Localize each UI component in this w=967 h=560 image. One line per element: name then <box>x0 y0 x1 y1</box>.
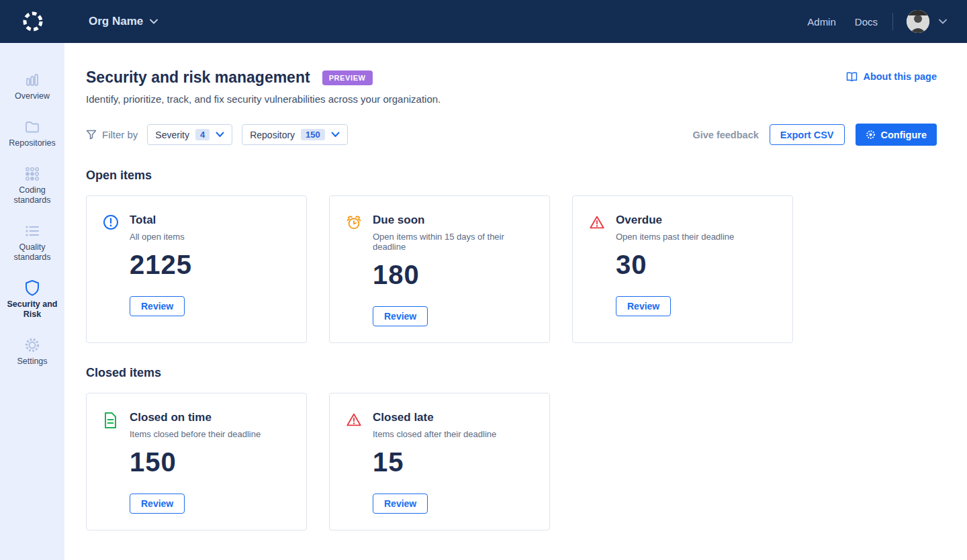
severity-count-badge: 4 <box>195 129 210 140</box>
sidebar-item-coding-standards[interactable]: Coding standards <box>1 167 63 205</box>
review-button[interactable]: Review <box>616 296 671 316</box>
card-title: Closed on time <box>130 411 261 424</box>
sidebar-item-repositories[interactable]: Repositories <box>1 120 63 148</box>
org-name-dropdown[interactable]: Org Name <box>89 15 158 28</box>
sidebar-item-label: Quality standards <box>1 242 63 263</box>
repository-label: Repository <box>250 130 295 140</box>
gear-icon <box>24 338 40 353</box>
card-subtitle: Items closed after their deadline <box>373 429 496 439</box>
configure-button[interactable]: Configure <box>856 124 937 146</box>
filter-by-label: Filter by <box>102 129 138 140</box>
closed-items-cards: Closed on time Items closed before their… <box>86 393 937 530</box>
severity-label: Severity <box>155 130 189 140</box>
about-this-page-link[interactable]: About this page <box>846 71 937 82</box>
document-icon <box>103 412 119 429</box>
sidebar-item-label: Overview <box>15 91 50 101</box>
navbar-divider <box>892 13 893 30</box>
org-logo-icon[interactable] <box>21 10 44 33</box>
sidebar-item-security-and-risk[interactable]: Security and Risk <box>1 281 63 320</box>
sidebar-item-quality-standards[interactable]: Quality standards <box>1 224 63 263</box>
funnel-icon <box>86 130 97 140</box>
section-heading-closed-items: Closed items <box>86 366 937 380</box>
page-header: Security and risk management PREVIEW Abo… <box>86 68 937 87</box>
page-title: Security and risk management <box>86 68 310 87</box>
sidebar-item-label: Security and Risk <box>1 299 63 320</box>
card-value: 180 <box>373 260 533 290</box>
warning-triangle-icon <box>589 214 605 230</box>
toolbar-actions: Give feedback Export CSV Configure <box>692 124 937 146</box>
filter-by: Filter by <box>86 129 138 140</box>
user-avatar[interactable] <box>907 10 929 33</box>
card-value: 2125 <box>130 250 192 280</box>
stat-card-overdue: Overdue Open items past their deadline 3… <box>572 195 793 343</box>
card-title: Total <box>130 214 192 227</box>
stat-card-due-soon: Due soon Open items within 15 days of th… <box>329 195 550 343</box>
warning-triangle-icon <box>346 412 362 428</box>
open-items-cards: Total All open items 2125 Review <box>86 195 937 343</box>
gear-icon <box>866 130 876 140</box>
shield-icon <box>24 281 40 295</box>
sidebar-item-label: Repositories <box>9 138 55 148</box>
card-value: 15 <box>373 447 496 477</box>
book-icon <box>846 72 858 82</box>
review-button[interactable]: Review <box>130 494 185 514</box>
stat-card-closed-late: Closed late Items closed after their dea… <box>329 393 550 530</box>
repository-dropdown[interactable]: Repository 150 <box>242 124 348 145</box>
filter-toolbar: Filter by Severity 4 Repository 150 Give… <box>86 124 937 146</box>
top-navbar: Org Name Admin Docs <box>0 0 967 43</box>
section-heading-open-items: Open items <box>86 169 937 183</box>
card-title: Closed late <box>373 411 496 424</box>
card-value: 30 <box>616 250 734 280</box>
review-button[interactable]: Review <box>373 306 428 326</box>
repository-count-badge: 150 <box>301 129 325 140</box>
stat-card-closed-on-time: Closed on time Items closed before their… <box>86 393 307 530</box>
alarm-clock-icon <box>346 214 362 232</box>
card-value: 150 <box>130 447 261 477</box>
navbar-right: Admin Docs <box>788 10 947 33</box>
bar-chart-icon <box>25 73 40 87</box>
chevron-down-icon <box>150 19 158 24</box>
card-title: Overdue <box>616 214 734 227</box>
docs-link[interactable]: Docs <box>855 16 878 28</box>
sidebar-item-label: Coding standards <box>1 185 63 205</box>
admin-link[interactable]: Admin <box>807 16 836 28</box>
org-name-label: Org Name <box>89 15 143 28</box>
about-link-label: About this page <box>863 71 937 82</box>
user-menu-chevron-icon[interactable] <box>939 19 947 24</box>
sidebar-nav: Overview Repositories <box>0 43 64 560</box>
card-subtitle: Items closed before their deadline <box>130 429 261 439</box>
sidebar-item-settings[interactable]: Settings <box>1 338 63 367</box>
sidebar-item-overview[interactable]: Overview <box>1 73 63 101</box>
chevron-down-icon <box>216 132 224 138</box>
folder-icon <box>24 120 40 134</box>
review-button[interactable]: Review <box>373 494 428 514</box>
review-button[interactable]: Review <box>130 296 185 316</box>
severity-dropdown[interactable]: Severity 4 <box>147 124 232 145</box>
card-title: Due soon <box>373 214 533 227</box>
main-content: Security and risk management PREVIEW Abo… <box>64 43 967 560</box>
export-csv-button[interactable]: Export CSV <box>770 124 845 145</box>
configure-label: Configure <box>881 130 927 140</box>
preview-badge: PREVIEW <box>322 71 373 85</box>
card-subtitle: All open items <box>130 232 192 242</box>
list-icon <box>24 224 40 238</box>
alert-circle-icon <box>103 214 119 230</box>
page-description: Identify, prioritize, track, and fix sec… <box>86 93 937 105</box>
dots-grid-icon <box>24 167 40 181</box>
give-feedback-button[interactable]: Give feedback <box>692 130 758 140</box>
chevron-down-icon <box>331 132 340 138</box>
sidebar-item-label: Settings <box>17 357 47 367</box>
stat-card-total: Total All open items 2125 Review <box>86 195 307 343</box>
card-subtitle: Open items within 15 days of their deadl… <box>373 232 533 252</box>
card-subtitle: Open items past their deadline <box>616 232 734 242</box>
